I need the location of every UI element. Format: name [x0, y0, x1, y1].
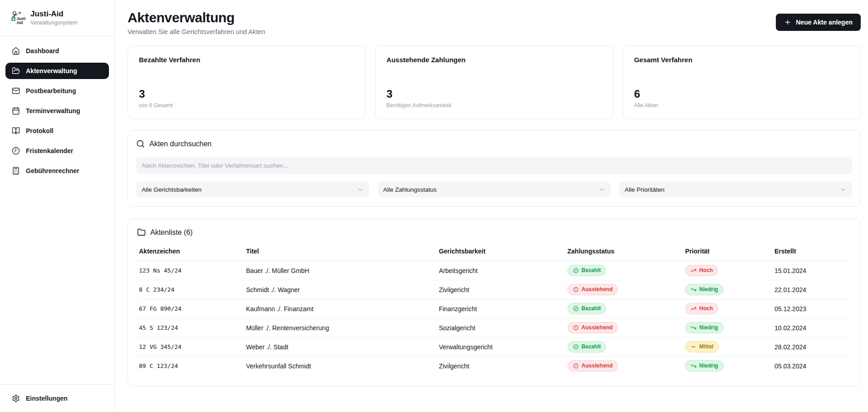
- chevron-down-icon: [840, 186, 847, 193]
- trending-down-icon: [690, 287, 696, 293]
- home-icon: [12, 47, 20, 55]
- sidebar-item-label: Fristenkalender: [26, 147, 73, 154]
- sidebar-item-fristenkalender[interactable]: Fristenkalender: [5, 143, 109, 159]
- aktenliste-title: Aktenliste (6): [137, 228, 851, 237]
- sidebar-item-label: Gebührenrechner: [26, 167, 79, 174]
- search-panel-title-text: Akten durchsuchen: [149, 140, 212, 148]
- stat-value: 6: [634, 88, 849, 100]
- sidebar-item-terminverwaltung[interactable]: Terminverwaltung: [5, 103, 109, 119]
- stat-card-gesamt-verfahren: Gesamt Verfahren 6 Alle Akten: [623, 45, 861, 119]
- table-row[interactable]: 67 FG 890/24 Kaufmann ./. Finanzamt Fina…: [137, 299, 851, 318]
- new-akte-button-label: Neue Akte anlegen: [796, 19, 853, 26]
- cell-aktenzeichen: 67 FG 890/24: [137, 299, 244, 318]
- main-content: Aktenverwaltung Verwalten Sie alle Geric…: [115, 0, 868, 412]
- cell-aktenzeichen: 8 C 234/24: [137, 280, 244, 299]
- brand-name: Justi-Aid: [30, 9, 77, 19]
- sidebar-item-label: Aktenverwaltung: [26, 67, 77, 74]
- folder-open-icon: [12, 67, 20, 75]
- priority-badge: Hoch: [685, 303, 718, 314]
- sidebar-item-label: Einstellungen: [26, 395, 68, 402]
- col-header-aktenzeichen: Aktenzeichen: [137, 243, 244, 261]
- cell-erstellt: 15.01.2024: [773, 261, 851, 280]
- alert-circle-icon: [573, 363, 579, 369]
- sidebar-item-postbearbeitung[interactable]: Postbearbeitung: [5, 83, 109, 99]
- alert-circle-icon: [573, 325, 579, 331]
- table-row[interactable]: 45 S 123/24 Müller ./. Rentenversicherun…: [137, 318, 851, 338]
- table-row[interactable]: 8 C 234/24 Schmidt ./. Wagner Zivilgeric…: [137, 280, 851, 299]
- table-header-row: Aktenzeichen Titel Gerichtsbarkeit Zahlu…: [137, 243, 851, 261]
- stat-value: 3: [139, 88, 354, 100]
- trending-up-icon: [690, 268, 696, 273]
- status-badge: Ausstehend: [567, 322, 618, 333]
- col-header-zahlungsstatus: Zahlungsstatus: [566, 243, 684, 261]
- folder-icon: [137, 228, 146, 237]
- search-icon: [136, 139, 145, 148]
- cell-aktenzeichen: 123 Ns 45/24: [137, 261, 244, 280]
- calendar-icon: [12, 107, 20, 115]
- cell-prioritaet: Niedrig: [683, 318, 773, 338]
- trending-down-icon: [690, 363, 696, 369]
- filter-zahlungsstatus[interactable]: Alle Zahlungsstatus: [378, 182, 611, 197]
- cell-prioritaet: Mittel: [683, 338, 773, 357]
- cell-titel: Verkehrsunfall Schmidt: [244, 357, 437, 376]
- cell-titel: Müller ./. Rentenversicherung: [244, 318, 437, 338]
- cell-prioritaet: Niedrig: [683, 357, 773, 376]
- filter-gerichtsbarkeiten[interactable]: Alle Gerichtsbarkeiten: [136, 182, 369, 197]
- page-header-text: Aktenverwaltung Verwalten Sie alle Geric…: [128, 8, 265, 35]
- search-input[interactable]: [136, 157, 852, 174]
- cell-zahlungsstatus: Ausstehend: [566, 318, 684, 338]
- priority-badge: Mittel: [685, 341, 719, 352]
- book-open-icon: [12, 127, 20, 135]
- stat-caption: von 6 Gesamt: [139, 102, 354, 109]
- cell-gerichtsbarkeit: Finanzgericht: [437, 299, 566, 318]
- cell-erstellt: 22.01.2024: [773, 280, 851, 299]
- cell-erstellt: 10.02.2024: [773, 318, 851, 338]
- priority-badge: Niedrig: [685, 284, 723, 295]
- stat-title: Gesamt Verfahren: [634, 56, 849, 64]
- check-circle-icon: [573, 268, 579, 273]
- table-row[interactable]: 12 VG 345/24 Weber ./. Stadt Verwaltungs…: [137, 338, 851, 357]
- status-badge: Ausstehend: [567, 360, 618, 372]
- filter-prioritaeten[interactable]: Alle Prioritäten: [619, 182, 852, 197]
- cell-gerichtsbarkeit: Zivilgericht: [437, 280, 566, 299]
- cell-zahlungsstatus: Bezahlt: [566, 299, 684, 318]
- check-circle-icon: [573, 306, 579, 312]
- sidebar-item-aktenverwaltung[interactable]: Aktenverwaltung: [5, 63, 109, 79]
- cell-titel: Bauer ./. Müller GmbH: [244, 261, 437, 280]
- col-header-erstellt: Erstellt: [773, 243, 851, 261]
- filter-label: Alle Prioritäten: [625, 186, 665, 193]
- plus-icon: [784, 19, 791, 26]
- stat-title: Bezahlte Verfahren: [139, 56, 354, 64]
- priority-badge: Niedrig: [685, 322, 723, 333]
- table-row[interactable]: 123 Ns 45/24 Bauer ./. Müller GmbH Arbei…: [137, 261, 851, 280]
- sidebar-item-dashboard[interactable]: Dashboard: [5, 43, 109, 59]
- table-row[interactable]: 89 C 123/24 Verkehrsunfall Schmidt Zivil…: [137, 357, 851, 376]
- sidebar-item-einstellungen[interactable]: Einstellungen: [5, 390, 109, 407]
- new-akte-button[interactable]: Neue Akte anlegen: [776, 14, 861, 31]
- calculator-icon: [12, 167, 20, 175]
- stat-value: 3: [386, 88, 602, 100]
- brand: Justi Aid Justi-Aid Verwaltungssystem: [0, 0, 114, 36]
- page-header: Aktenverwaltung Verwalten Sie alle Geric…: [128, 8, 861, 35]
- sidebar-item-protokoll[interactable]: Protokoll: [5, 123, 109, 139]
- cell-gerichtsbarkeit: Zivilgericht: [437, 357, 566, 376]
- cell-aktenzeichen: 12 VG 345/24: [137, 338, 244, 357]
- filter-label: Alle Gerichtsbarkeiten: [142, 186, 202, 193]
- trending-up-icon: [690, 306, 696, 312]
- sidebar-item-label: Dashboard: [26, 47, 59, 55]
- stat-card-bezahlte-verfahren: Bezahlte Verfahren 3 von 6 Gesamt: [128, 45, 365, 119]
- minus-icon: [690, 344, 696, 350]
- status-badge: Bezahlt: [567, 265, 607, 276]
- brand-text: Justi-Aid Verwaltungssystem: [30, 9, 77, 26]
- aktenliste-title-text: Aktenliste (6): [150, 228, 192, 237]
- cell-aktenzeichen: 45 S 123/24: [137, 318, 244, 338]
- sidebar-item-gebuehrenrechner[interactable]: Gebührenrechner: [5, 163, 109, 179]
- cell-aktenzeichen: 89 C 123/24: [137, 357, 244, 376]
- col-header-titel: Titel: [244, 243, 437, 261]
- filter-row: Alle Gerichtsbarkeiten Alle Zahlungsstat…: [136, 182, 852, 197]
- cell-prioritaet: Niedrig: [683, 280, 773, 299]
- stats-row: Bezahlte Verfahren 3 von 6 Gesamt Ausste…: [128, 45, 861, 119]
- filter-label: Alle Zahlungsstatus: [383, 186, 437, 193]
- cell-zahlungsstatus: Bezahlt: [566, 261, 684, 280]
- cell-zahlungsstatus: Bezahlt: [566, 338, 684, 357]
